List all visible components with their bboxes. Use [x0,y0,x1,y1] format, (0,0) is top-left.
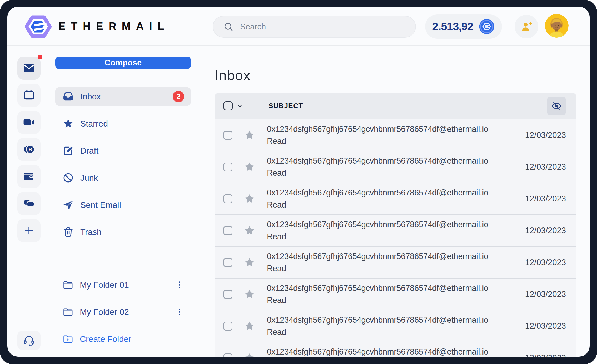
wallet-icon [23,170,35,183]
row-checkbox[interactable] [223,226,232,235]
email-summary: 0x1234dsfgh567gfhj67654gcvhbnmr56786574d… [267,346,488,357]
kebab-menu-icon[interactable] [175,307,184,317]
person-add-icon [520,20,533,33]
hide-preview-button[interactable] [547,97,566,115]
sidebar-folder-02[interactable]: My Folder 02 [55,302,191,321]
star-icon[interactable] [243,288,256,300]
star-icon[interactable] [243,352,256,357]
row-checkbox[interactable] [223,290,232,299]
email-summary: 0x1234dsfgh567gfhj67654gcvhbnmr56786574d… [267,219,488,243]
add-contact-button[interactable] [515,15,538,38]
email-subject: 0x1234dsfgh567gfhj67654gcvhbnmr56786574d… [267,155,488,167]
search-input[interactable] [240,22,407,32]
select-all-checkbox[interactable] [223,101,233,110]
email-summary: 0x1234dsfgh567gfhj67654gcvhbnmr56786574d… [267,187,488,211]
rail-item-chat[interactable] [17,192,41,215]
email-row[interactable]: 0x1234dsfgh567gfhj67654gcvhbnmr56786574d… [215,342,576,357]
calendar-icon [23,89,35,101]
email-list: 0x1234dsfgh567gfhj67654gcvhbnmr56786574d… [215,119,576,357]
sidebar-item-trash[interactable]: Trash [55,223,191,241]
rail-item-calendar[interactable] [17,84,41,107]
sidebar-item-starred[interactable]: Starred [55,114,191,133]
star-icon[interactable] [243,129,256,141]
avatar[interactable] [545,14,569,38]
kebab-menu-icon[interactable] [175,280,184,290]
slash-circle-icon [62,172,74,184]
row-checkbox[interactable] [223,322,232,331]
sidebar-item-inbox[interactable]: Inbox 2 [55,87,191,106]
trash-icon [62,226,74,238]
sidebar-item-label: Starred [80,119,108,129]
rail-item-add[interactable] [17,219,41,242]
email-row[interactable]: 0x1234dsfgh567gfhj67654gcvhbnmr56786574d… [215,278,576,310]
email-date: 12/03/2023 [525,290,566,299]
star-icon[interactable] [243,256,256,269]
sidebar-item-draft[interactable]: Draft [55,141,191,160]
email-row[interactable]: 0x1234dsfgh567gfhj67654gcvhbnmr56786574d… [215,151,576,183]
sidebar-item-junk[interactable]: Junk [55,168,191,187]
chevron-down-icon[interactable] [236,103,243,109]
coin-icon: B [23,144,35,155]
sidebar-divider [55,250,191,250]
star-icon [62,118,74,129]
email-row[interactable]: 0x1234dsfgh567gfhj67654gcvhbnmr56786574d… [215,119,576,151]
email-summary: 0x1234dsfgh567gfhj67654gcvhbnmr56786574d… [267,123,488,147]
row-checkbox[interactable] [223,131,232,140]
notification-dot [38,55,42,59]
mailbox-menu: Inbox 2 Starred Draft [55,87,191,250]
rail-item-wallet[interactable] [17,165,41,188]
email-date: 12/03/2023 [525,321,566,331]
star-icon[interactable] [243,193,256,205]
ethermail-logo[interactable] [25,15,52,38]
email-status: Read [267,231,488,243]
email-summary: 0x1234dsfgh567gfhj67654gcvhbnmr56786574d… [267,314,488,338]
sidebar-item-label: Inbox [80,92,101,102]
app-rail: B [7,46,55,357]
email-summary: 0x1234dsfgh567gfhj67654gcvhbnmr56786574d… [267,282,488,306]
sidebar-folder-01[interactable]: My Folder 01 [55,275,191,294]
star-icon[interactable] [243,161,256,173]
rail-item-mail[interactable] [17,57,41,80]
email-subject: 0x1234dsfgh567gfhj67654gcvhbnmr56786574d… [267,123,488,135]
email-row[interactable]: 0x1234dsfgh567gfhj67654gcvhbnmr56786574d… [215,310,576,342]
folder-icon [62,279,73,290]
compose-button[interactable]: Compose [55,57,191,69]
email-row[interactable]: 0x1234dsfgh567gfhj67654gcvhbnmr56786574d… [215,246,576,278]
folder-icon [62,306,73,317]
row-checkbox[interactable] [223,353,232,357]
balance-pill[interactable]: 2.513,92 [425,14,502,39]
email-row[interactable]: 0x1234dsfgh567gfhj67654gcvhbnmr56786574d… [215,214,576,246]
folder-label: My Folder 01 [80,280,129,290]
email-date: 12/03/2023 [525,194,566,204]
sidebar-item-label: Sent Email [80,200,121,210]
search-bar[interactable] [213,16,416,38]
create-folder-button[interactable]: Create Folder [55,330,191,348]
email-subject: 0x1234dsfgh567gfhj67654gcvhbnmr56786574d… [267,282,488,294]
email-date: 12/03/2023 [525,258,566,267]
rail-item-support[interactable] [17,331,41,350]
ethermail-coin-icon [479,18,495,35]
row-checkbox[interactable] [223,194,232,203]
rail-item-coin[interactable]: B [17,138,41,161]
email-subject: 0x1234dsfgh567gfhj67654gcvhbnmr56786574d… [267,250,488,262]
email-date: 12/03/2023 [525,130,566,140]
star-icon[interactable] [243,225,256,237]
headset-icon [23,334,35,346]
brand-wordmark: ETHERMAIL [58,7,170,46]
pencil-square-icon [62,145,74,156]
sidebar-item-sent[interactable]: Sent Email [55,195,191,214]
email-status: Read [267,262,488,275]
logo-hexagon-icon [25,15,52,38]
window-frame: ETHERMAIL 2.513,92 [0,0,597,364]
inbox-icon [62,91,74,102]
plus-icon [23,225,35,236]
row-checkbox[interactable] [223,258,232,267]
email-subject: 0x1234dsfgh567gfhj67654gcvhbnmr56786574d… [267,346,488,357]
star-icon[interactable] [243,320,256,332]
email-subject: 0x1234dsfgh567gfhj67654gcvhbnmr56786574d… [267,219,488,231]
search-icon [223,22,234,32]
email-row[interactable]: 0x1234dsfgh567gfhj67654gcvhbnmr56786574d… [215,183,576,214]
rail-item-video[interactable] [17,111,41,134]
email-subject: 0x1234dsfgh567gfhj67654gcvhbnmr56786574d… [267,187,488,199]
row-checkbox[interactable] [223,163,232,171]
